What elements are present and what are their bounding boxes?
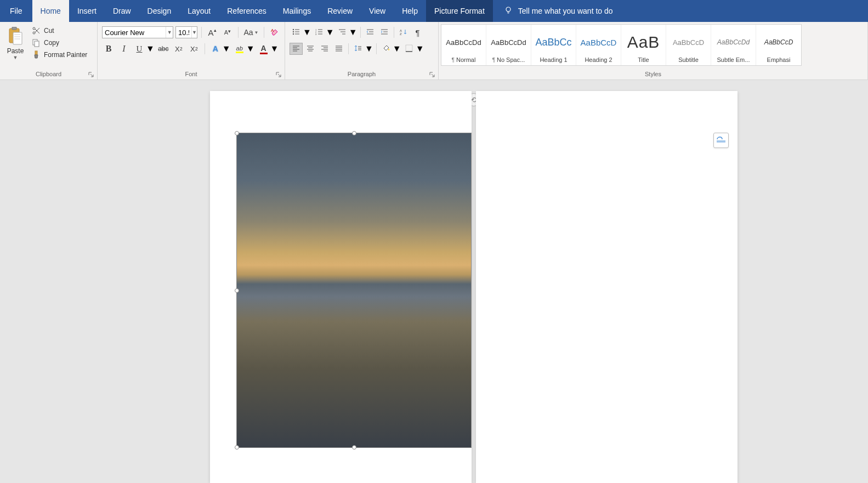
bullets-button[interactable] [290, 26, 303, 38]
cut-label: Cut [44, 27, 54, 35]
tab-picture-format[interactable]: Picture Format [426, 0, 493, 22]
page-2[interactable] [476, 91, 737, 483]
borders-button[interactable] [402, 43, 416, 55]
format-painter-button[interactable]: Format Painter [30, 49, 89, 60]
resize-handle-ml[interactable] [235, 288, 239, 293]
resize-handle-bc[interactable] [352, 445, 356, 450]
clear-formatting-button[interactable]: A [268, 26, 281, 38]
tab-layout[interactable]: Layout [179, 0, 219, 22]
tab-insert[interactable]: Insert [69, 0, 105, 22]
style-item-title[interactable]: AaBTitle [621, 25, 666, 65]
tab-design[interactable]: Design [139, 0, 180, 22]
underline-dropdown-icon[interactable]: ▼ [146, 44, 155, 54]
font-color-dropdown-icon[interactable]: ▼ [270, 44, 279, 54]
indent-icon [381, 28, 388, 37]
style-item-emphasi[interactable]: AaBbCcDEmphasi [756, 25, 801, 65]
style-item-heading-1[interactable]: AaBbCcHeading 1 [531, 25, 576, 65]
font-dialog-launcher[interactable] [275, 71, 282, 78]
tab-view[interactable]: View [361, 0, 394, 22]
font-size-combo[interactable]: ▼ [175, 26, 197, 38]
justify-button[interactable] [332, 43, 345, 55]
style-preview: AaBbCcDd [491, 28, 526, 56]
shading-button[interactable] [379, 43, 393, 55]
clipboard-group-label: Clipboard [0, 71, 97, 77]
font-name-input[interactable] [103, 29, 166, 37]
style-preview: AaBbCc [535, 28, 571, 56]
superscript-button[interactable]: X2 [188, 43, 201, 55]
text-effects-button[interactable]: A [209, 43, 222, 55]
shrink-font-button[interactable]: A▾ [221, 26, 234, 38]
subscript-button[interactable]: X2 [172, 43, 185, 55]
bullets-dropdown-icon[interactable]: ▼ [303, 27, 311, 37]
font-size-dropdown-icon[interactable]: ▼ [191, 27, 197, 38]
highlight-dropdown-icon[interactable]: ▼ [246, 44, 255, 54]
style-preview: AaB [627, 28, 660, 56]
sort-button[interactable]: AZ [397, 26, 410, 38]
tab-review[interactable]: Review [319, 0, 361, 22]
tell-me-search[interactable]: Tell me what you want to do [504, 0, 613, 22]
clipboard-dialog-launcher[interactable] [87, 71, 95, 78]
text-effects-dropdown-icon[interactable]: ▼ [222, 44, 231, 54]
outdent-icon [366, 28, 374, 37]
cut-button[interactable]: Cut [30, 25, 89, 36]
tab-references[interactable]: References [219, 0, 275, 22]
clipboard-icon [7, 25, 24, 47]
paragraph-dialog-launcher[interactable] [428, 71, 436, 78]
bold-button[interactable]: B [102, 43, 115, 55]
group-paragraph: ▼ 123▼ ▼ AZ ¶ ▼ [285, 22, 439, 79]
increase-indent-button[interactable] [378, 26, 391, 38]
scissors-icon [32, 26, 41, 35]
resize-handle-bl[interactable] [235, 445, 239, 450]
shading-dropdown-icon[interactable]: ▼ [393, 44, 401, 54]
inserted-picture[interactable] [236, 133, 472, 448]
pilcrow-icon: ¶ [416, 28, 420, 37]
align-center-button[interactable] [304, 43, 317, 55]
page-1[interactable] [210, 91, 472, 483]
style-item-subtitle[interactable]: AaBbCcDSubtitle [666, 25, 711, 65]
highlight-button[interactable]: ab [233, 43, 246, 55]
style-item-normal[interactable]: AaBbCcDd¶Normal [441, 25, 486, 65]
group-font: ▼ ▼ A▴ A▾ Aa▼ A B I U [98, 22, 285, 79]
copy-icon [32, 38, 41, 47]
resize-handle-tc[interactable] [352, 131, 356, 135]
tab-mailings[interactable]: Mailings [275, 0, 319, 22]
multilevel-dropdown-icon[interactable]: ▼ [349, 27, 358, 37]
copy-button[interactable]: Copy [30, 37, 89, 48]
resize-handle-tl[interactable] [235, 131, 239, 135]
multilevel-list-button[interactable] [336, 26, 349, 38]
borders-dropdown-icon[interactable]: ▼ [416, 44, 424, 54]
numbering-dropdown-icon[interactable]: ▼ [326, 27, 334, 37]
font-color-button[interactable]: A [257, 43, 270, 55]
numbering-button[interactable]: 123 [313, 26, 326, 38]
strikethrough-button[interactable]: abc [157, 43, 170, 55]
style-name-label: Heading 2 [585, 56, 612, 63]
align-right-button[interactable] [318, 43, 331, 55]
font-name-dropdown-icon[interactable]: ▼ [166, 27, 173, 38]
show-marks-button[interactable]: ¶ [411, 26, 424, 38]
font-size-input[interactable] [176, 29, 191, 37]
style-item-subtle-em-[interactable]: AaBbCcDdSubtle Em... [711, 25, 756, 65]
grow-font-button[interactable]: A▴ [206, 26, 219, 38]
tab-help[interactable]: Help [394, 0, 426, 22]
style-item-no-spac-[interactable]: AaBbCcDd¶No Spac... [486, 25, 531, 65]
line-spacing-dropdown-icon[interactable]: ▼ [365, 44, 373, 54]
group-styles: AaBbCcDd¶NormalAaBbCcDd¶No Spac...AaBbCc… [439, 22, 868, 79]
sort-icon: AZ [400, 28, 407, 37]
font-name-combo[interactable]: ▼ [102, 26, 173, 38]
tab-home[interactable]: Home [32, 0, 69, 22]
change-case-button[interactable]: Aa▼ [242, 26, 260, 38]
paste-dropdown-icon[interactable]: ▼ [13, 55, 18, 60]
line-spacing-button[interactable] [351, 43, 365, 55]
align-left-button[interactable] [290, 43, 303, 55]
layout-options-button[interactable] [713, 133, 729, 148]
paste-label: Paste [7, 47, 24, 55]
tab-file[interactable]: File [0, 0, 32, 22]
italic-button[interactable]: I [117, 43, 131, 55]
underline-button[interactable]: U [133, 43, 146, 55]
decrease-indent-button[interactable] [364, 26, 377, 38]
styles-gallery[interactable]: AaBbCcDd¶NormalAaBbCcDd¶No Spac...AaBbCc… [441, 24, 802, 66]
paste-button[interactable]: Paste ▼ [3, 24, 27, 60]
tab-draw[interactable]: Draw [105, 0, 139, 22]
style-item-heading-2[interactable]: AaBbCcDHeading 2 [576, 25, 621, 65]
document-area[interactable]: ⟲ [0, 80, 868, 483]
